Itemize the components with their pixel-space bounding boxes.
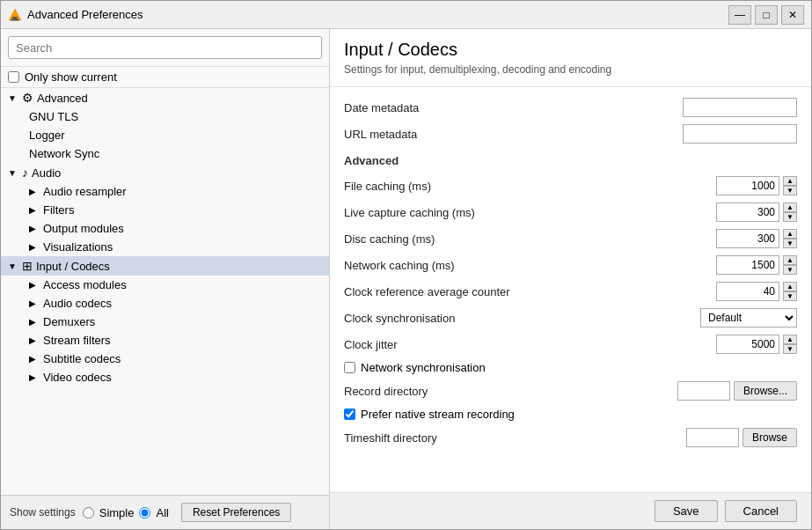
clock-ref-control: ▲ ▼ bbox=[716, 282, 797, 301]
disc-caching-down[interactable]: ▼ bbox=[783, 239, 797, 248]
browse-button[interactable]: Browse... bbox=[734, 381, 797, 401]
window-controls: — □ ✕ bbox=[728, 5, 804, 25]
disc-caching-input[interactable] bbox=[716, 229, 779, 248]
radio-group: Simple All bbox=[83, 506, 169, 519]
clock-jitter-input[interactable] bbox=[716, 335, 779, 354]
live-capture-down[interactable]: ▼ bbox=[783, 212, 797, 222]
date-metadata-input[interactable] bbox=[683, 98, 797, 117]
bottom-bar: Show settings Simple All Reset Preferenc… bbox=[1, 495, 329, 529]
simple-radio-label[interactable]: Simple bbox=[99, 506, 135, 519]
cancel-button[interactable]: Cancel bbox=[725, 500, 797, 522]
live-capture-input[interactable] bbox=[716, 202, 779, 222]
tree-item-stream-filters[interactable]: ▶ Stream filters bbox=[1, 331, 329, 350]
disc-caching-up[interactable]: ▲ bbox=[783, 229, 797, 239]
simple-radio[interactable] bbox=[83, 507, 94, 519]
tree-item-filters[interactable]: ▶ Filters bbox=[1, 201, 329, 219]
minimize-button[interactable]: — bbox=[728, 5, 751, 25]
tree-label-advanced: Advanced bbox=[37, 92, 88, 105]
clock-jitter-label: Clock jitter bbox=[344, 338, 716, 351]
date-metadata-label: Date metadata bbox=[344, 101, 683, 114]
network-caching-label: Network caching (ms) bbox=[344, 259, 716, 272]
tree-label-access-modules: Access modules bbox=[43, 278, 127, 291]
clock-ref-label: Clock reference average counter bbox=[344, 285, 716, 298]
record-directory-input[interactable] bbox=[677, 381, 730, 401]
tree-item-audio[interactable]: ▼ ♪ Audio bbox=[1, 163, 329, 182]
svg-rect-1 bbox=[12, 17, 18, 19]
live-capture-label: Live capture caching (ms) bbox=[344, 206, 716, 219]
disc-caching-spinbox-btns: ▲ ▼ bbox=[783, 229, 797, 248]
prefer-native-checkbox[interactable] bbox=[344, 409, 355, 420]
tree-item-subtitle-codecs[interactable]: ▶ Subtitle codecs bbox=[1, 350, 329, 368]
network-caching-spinbox-btns: ▲ ▼ bbox=[783, 255, 797, 275]
tree-label-stream-filters: Stream filters bbox=[43, 334, 111, 347]
expand-arrow-video: ▶ bbox=[29, 372, 40, 382]
expand-arrow-filters: ▶ bbox=[29, 205, 40, 215]
file-caching-label: File caching (ms) bbox=[344, 180, 716, 193]
all-radio-label[interactable]: All bbox=[156, 506, 168, 519]
record-directory-row: Record directory Browse... bbox=[344, 378, 797, 404]
timeshift-directory-input[interactable] bbox=[686, 428, 739, 447]
only-show-current-label[interactable]: Only show current bbox=[25, 70, 117, 84]
network-caching-input[interactable] bbox=[716, 255, 779, 275]
clock-ref-input[interactable] bbox=[716, 282, 779, 301]
network-caching-control: ▲ ▼ bbox=[716, 255, 797, 275]
tree-label-filters: Filters bbox=[43, 203, 74, 217]
clock-ref-up[interactable]: ▲ bbox=[783, 282, 797, 291]
only-show-current-row: Only show current bbox=[1, 67, 329, 88]
clock-ref-down[interactable]: ▼ bbox=[783, 291, 797, 301]
url-metadata-input[interactable] bbox=[683, 124, 797, 144]
close-button[interactable]: ✕ bbox=[781, 5, 804, 25]
clock-sync-select[interactable]: Default PTS RTP bbox=[700, 308, 797, 328]
tree-item-gnu-tls[interactable]: GNU TLS bbox=[1, 107, 329, 126]
prefer-native-row: Prefer native stream recording bbox=[344, 404, 797, 424]
page-subtitle: Settings for input, demultiplexing, deco… bbox=[344, 63, 797, 76]
prefer-native-label[interactable]: Prefer native stream recording bbox=[361, 408, 515, 421]
expand-arrow-access: ▶ bbox=[29, 280, 40, 290]
tree-item-output-modules[interactable]: ▶ Output modules bbox=[1, 219, 329, 238]
clock-jitter-down[interactable]: ▼ bbox=[783, 344, 797, 354]
titlebar: Advanced Preferences — □ ✕ bbox=[1, 1, 811, 29]
network-sync-label[interactable]: Network synchronisation bbox=[361, 361, 486, 374]
input-codecs-icon: ⊞ bbox=[22, 259, 33, 273]
tree-label-subtitle-codecs: Subtitle codecs bbox=[43, 352, 121, 365]
search-container bbox=[1, 29, 329, 67]
save-button[interactable]: Save bbox=[655, 500, 718, 522]
svg-rect-2 bbox=[11, 19, 19, 21]
search-input[interactable] bbox=[8, 36, 322, 59]
maximize-button[interactable]: □ bbox=[755, 5, 778, 25]
tree-item-audio-resampler[interactable]: ▶ Audio resampler bbox=[1, 182, 329, 201]
network-caching-row: Network caching (ms) ▲ ▼ bbox=[344, 252, 797, 278]
tree-item-visualizations[interactable]: ▶ Visualizations bbox=[1, 238, 329, 256]
timeshift-directory-label: Timeshift directory bbox=[344, 431, 686, 445]
expand-arrow-resampler: ▶ bbox=[29, 187, 40, 196]
only-show-current-checkbox[interactable] bbox=[8, 71, 19, 83]
network-caching-up[interactable]: ▲ bbox=[783, 255, 797, 265]
network-caching-down[interactable]: ▼ bbox=[783, 265, 797, 275]
audio-icon: ♪ bbox=[22, 166, 28, 180]
network-sync-checkbox[interactable] bbox=[344, 362, 355, 373]
tree-item-advanced[interactable]: ▼ ⚙ Advanced bbox=[1, 88, 329, 107]
tree-item-logger[interactable]: Logger bbox=[1, 126, 329, 144]
all-radio[interactable] bbox=[139, 507, 150, 519]
live-capture-up[interactable]: ▲ bbox=[783, 202, 797, 212]
clock-jitter-up[interactable]: ▲ bbox=[783, 335, 797, 344]
gear-icon: ⚙ bbox=[22, 91, 33, 105]
disc-caching-control: ▲ ▼ bbox=[716, 229, 797, 248]
file-caching-up[interactable]: ▲ bbox=[783, 176, 797, 186]
tree-item-access-modules[interactable]: ▶ Access modules bbox=[1, 276, 329, 294]
reset-preferences-button[interactable]: Reset Preferences bbox=[181, 503, 291, 522]
tree-item-input-codecs[interactable]: ▼ ⊞ Input / Codecs bbox=[1, 256, 329, 276]
tree-label-video-codecs: Video codecs bbox=[43, 371, 112, 384]
tree-item-demuxers[interactable]: ▶ Demuxers bbox=[1, 313, 329, 331]
tree-item-audio-codecs[interactable]: ▶ Audio codecs bbox=[1, 294, 329, 313]
file-caching-down[interactable]: ▼ bbox=[783, 186, 797, 195]
file-caching-input[interactable] bbox=[716, 176, 779, 195]
clock-sync-label: Clock synchronisation bbox=[344, 312, 700, 325]
browse2-button[interactable]: Browse bbox=[743, 428, 797, 447]
timeshift-directory-row: Timeshift directory Browse bbox=[344, 424, 797, 451]
tree-container: ▼ ⚙ Advanced GNU TLS Logger Network Sync… bbox=[1, 88, 329, 495]
tree-label-output-modules: Output modules bbox=[43, 222, 124, 235]
tree-label-audio-codecs: Audio codecs bbox=[43, 297, 112, 310]
tree-item-network-sync[interactable]: Network Sync bbox=[1, 144, 329, 163]
tree-item-video-codecs[interactable]: ▶ Video codecs bbox=[1, 368, 329, 386]
